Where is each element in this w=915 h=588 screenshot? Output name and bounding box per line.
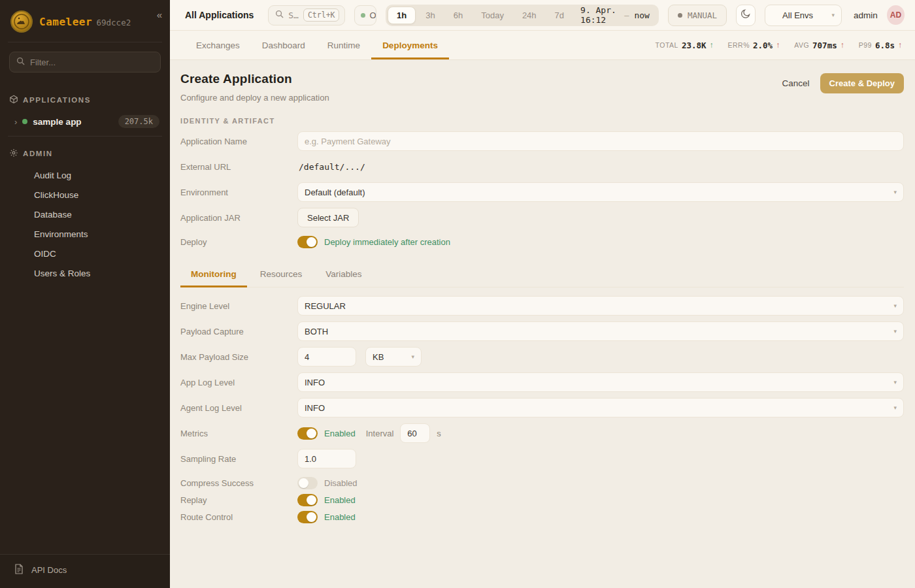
metrics-state-text: Enabled bbox=[324, 429, 356, 438]
compress-success-toggle[interactable] bbox=[297, 477, 318, 489]
main-area: All Applications S… Ctrl+K O 1h 3h 6h To… bbox=[170, 0, 915, 588]
view-tabs: Exchanges Dashboard Runtime Deployments … bbox=[170, 31, 915, 60]
app-log-level-label: App Log Level bbox=[180, 378, 297, 387]
payload-capture-select[interactable]: BOTH ▾ bbox=[297, 321, 904, 341]
max-payload-size-input[interactable] bbox=[297, 347, 356, 367]
avatar[interactable]: AD bbox=[887, 5, 905, 25]
application-name-input[interactable] bbox=[297, 131, 904, 151]
sidebar-collapse-icon[interactable]: « bbox=[157, 9, 162, 20]
top-header: All Applications S… Ctrl+K O 1h 3h 6h To… bbox=[170, 0, 915, 31]
sidebar-filter[interactable] bbox=[9, 52, 161, 73]
api-docs-link[interactable]: API Docs bbox=[8, 564, 162, 576]
app-count-badge: 207.5k bbox=[118, 115, 159, 128]
environment-select[interactable]: Default (default) ▾ bbox=[297, 182, 904, 202]
tab-exchanges[interactable]: Exchanges bbox=[185, 31, 251, 59]
brand-build-hash: 69dcce2 bbox=[97, 18, 131, 27]
tab-deployments[interactable]: Deployments bbox=[371, 31, 449, 59]
time-range-today[interactable]: Today bbox=[473, 7, 512, 24]
route-control-toggle[interactable] bbox=[297, 511, 318, 523]
tab-dashboard[interactable]: Dashboard bbox=[251, 31, 316, 59]
time-range-display[interactable]: 9. Apr. 16:12 – now bbox=[580, 5, 650, 25]
interval-input[interactable] bbox=[400, 423, 430, 443]
trend-up-icon: ↑ bbox=[898, 41, 902, 50]
page-title: Create Application bbox=[180, 72, 329, 86]
app-status-dot bbox=[22, 119, 27, 124]
sidebar-item-audit-log[interactable]: Audit Log bbox=[34, 165, 162, 185]
stat-avg: AVG 707ms ↑ bbox=[794, 41, 844, 50]
connection-status-chip[interactable]: O bbox=[354, 5, 376, 25]
environment-select-value: Default (default) bbox=[305, 188, 365, 197]
environment-label: Environment bbox=[180, 188, 297, 197]
max-payload-unit-select[interactable]: KB ▾ bbox=[365, 347, 422, 367]
subtab-variables[interactable]: Variables bbox=[315, 263, 372, 287]
chevron-down-icon: ▾ bbox=[832, 12, 835, 18]
route-control-label: Route Control bbox=[180, 512, 297, 522]
sidebar-footer: API Docs bbox=[0, 554, 170, 588]
time-range-1h[interactable]: 1h bbox=[388, 7, 416, 24]
time-range-selector: 1h 3h 6h Today 24h 7d 9. Apr. 16:12 – no… bbox=[386, 5, 659, 26]
interval-label: Interval bbox=[366, 429, 394, 438]
tab-runtime[interactable]: Runtime bbox=[316, 31, 371, 59]
engine-level-label: Engine Level bbox=[180, 301, 297, 311]
username-label: admin bbox=[854, 10, 878, 20]
sidebar-item-oidc[interactable]: OIDC bbox=[34, 244, 162, 263]
stat-p99: P99 6.8s ↑ bbox=[859, 41, 902, 50]
agent-log-level-select[interactable]: INFO ▾ bbox=[297, 398, 904, 417]
search-icon bbox=[275, 9, 284, 21]
page-subtitle: Configure and deploy a new application bbox=[180, 93, 329, 103]
sidebar-item-clickhouse[interactable]: ClickHouse bbox=[34, 185, 162, 204]
sidebar-item-users-roles[interactable]: Users & Roles bbox=[34, 263, 162, 283]
application-name-label: Application Name bbox=[180, 137, 297, 146]
sidebar-item-sample-app[interactable]: › sample app 207.5k bbox=[8, 110, 162, 136]
subtab-monitoring[interactable]: Monitoring bbox=[180, 263, 247, 287]
time-range-3h[interactable]: 3h bbox=[417, 7, 443, 24]
cancel-button[interactable]: Cancel bbox=[782, 78, 810, 88]
time-range-6h[interactable]: 6h bbox=[445, 7, 471, 24]
time-from: 9. Apr. 16:12 bbox=[580, 5, 619, 25]
engine-level-select[interactable]: REGULAR ▾ bbox=[297, 296, 904, 316]
chevron-down-icon: ▾ bbox=[411, 353, 414, 360]
scope-label: All Applications bbox=[185, 10, 254, 20]
status-dot bbox=[361, 13, 365, 18]
environment-filter-select[interactable]: All Envs ▾ bbox=[765, 5, 842, 26]
max-payload-unit-value: KB bbox=[373, 352, 384, 362]
app-log-level-value: INFO bbox=[305, 378, 325, 387]
config-subtabs: Monitoring Resources Variables bbox=[180, 263, 904, 287]
sampling-rate-label: Sampling Rate bbox=[180, 454, 297, 464]
content-panel: Create Application Configure and deploy … bbox=[170, 60, 915, 588]
chevron-down-icon: ▾ bbox=[893, 379, 897, 385]
trend-up-icon: ↑ bbox=[776, 41, 780, 50]
app-log-level-select[interactable]: INFO ▾ bbox=[297, 372, 904, 392]
time-range-7d[interactable]: 7d bbox=[546, 7, 573, 24]
sidebar-item-database[interactable]: Database bbox=[34, 204, 162, 224]
search-shortcut-kbd: Ctrl+K bbox=[303, 8, 340, 22]
route-control-state: Enabled bbox=[324, 512, 356, 522]
refresh-mode-button[interactable]: MANUAL bbox=[668, 5, 727, 26]
agent-log-level-value: INFO bbox=[305, 403, 325, 413]
max-payload-size-label: Max Payload Size bbox=[180, 352, 297, 362]
chevron-down-icon: ▾ bbox=[893, 302, 897, 309]
compress-success-state: Disabled bbox=[324, 478, 358, 488]
metrics-toggle[interactable] bbox=[297, 427, 318, 440]
env-select-value: All Envs bbox=[782, 10, 813, 20]
cube-icon bbox=[9, 95, 18, 105]
sampling-rate-input[interactable] bbox=[297, 449, 356, 468]
subtab-resources[interactable]: Resources bbox=[250, 263, 313, 287]
chevron-down-icon: ▾ bbox=[893, 328, 897, 335]
deploy-toggle-text: Deploy immediately after creation bbox=[324, 237, 450, 247]
global-search[interactable]: S… Ctrl+K bbox=[268, 5, 345, 25]
select-jar-button[interactable]: Select JAR bbox=[297, 208, 359, 227]
time-separator: – bbox=[624, 10, 629, 20]
chevron-right-icon[interactable]: › bbox=[14, 117, 17, 127]
time-range-24h[interactable]: 24h bbox=[514, 7, 545, 24]
deploy-toggle[interactable] bbox=[297, 236, 318, 248]
agent-log-level-label: Agent Log Level bbox=[180, 403, 297, 413]
time-to: now bbox=[634, 10, 649, 20]
document-icon bbox=[14, 564, 24, 576]
create-deploy-button[interactable]: Create & Deploy bbox=[820, 73, 904, 93]
replay-toggle[interactable] bbox=[297, 494, 318, 506]
filter-input[interactable] bbox=[30, 57, 154, 67]
dark-mode-toggle[interactable] bbox=[736, 5, 756, 26]
sidebar-item-environments[interactable]: Environments bbox=[34, 224, 162, 244]
app-name: sample app bbox=[33, 117, 112, 127]
